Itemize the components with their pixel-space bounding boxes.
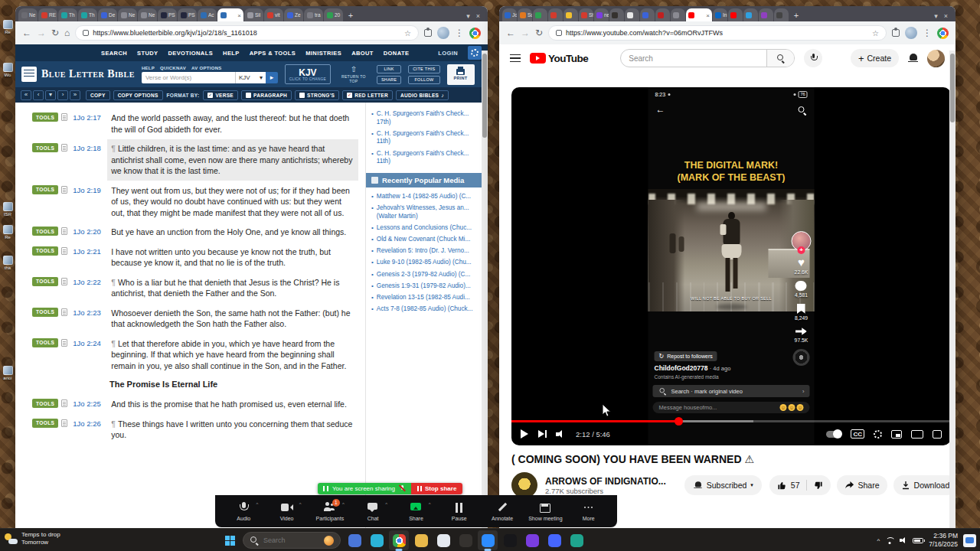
taskbar-clock[interactable]: 2:36 PM 7/16/2025: [929, 532, 958, 549]
browser-tab[interactable]: Ze: [284, 8, 303, 21]
blb-quick-link[interactable]: QUICKNAV: [160, 66, 186, 70]
window-close-icon[interactable]: ×: [476, 12, 480, 20]
zoom-toolbar-button[interactable]: 1 ^ Participants: [312, 502, 348, 521]
bookmark-star-icon[interactable]: ☆: [404, 29, 411, 37]
browser-tab[interactable]: Ne: [118, 8, 137, 21]
taskbar-app-button[interactable]: [544, 530, 564, 550]
verse-copy-icon[interactable]: [61, 113, 67, 121]
speaker-icon[interactable]: [900, 537, 907, 544]
zoom-toolbar-button[interactable]: ^ Video: [270, 502, 305, 521]
zoom-toolbar-button[interactable]: More: [571, 502, 606, 521]
extensions-icon[interactable]: [424, 29, 432, 37]
volume-icon[interactable]: [556, 430, 567, 439]
sidebar-link[interactable]: • C. H. Spurgeon's Faith's Check...11th): [371, 150, 476, 166]
verse-copy-icon[interactable]: [61, 186, 67, 194]
verse-copy-icon[interactable]: [61, 419, 67, 427]
zoom-toolbar-button[interactable]: Show meeting: [528, 502, 563, 521]
page-scrollbar[interactable]: [482, 51, 488, 528]
extensions-icon[interactable]: [892, 29, 900, 37]
verse-reference-link[interactable]: 1Jo 2:20: [73, 227, 111, 236]
tiktok-search-suggestion[interactable]: Search · mark original video ›: [653, 385, 810, 397]
back-icon[interactable]: ←: [22, 28, 31, 37]
zoom-toolbar-button[interactable]: ^ Audio: [226, 502, 261, 521]
desktop-shortcut[interactable]: tha: [1, 256, 15, 270]
verse-reference-link[interactable]: 1Jo 2:17: [73, 112, 111, 122]
blb-menu-item[interactable]: SEARCH: [101, 50, 127, 57]
taskbar-app-button[interactable]: [411, 530, 431, 550]
menu-dots-icon[interactable]: ⋮: [455, 28, 464, 37]
share-button[interactable]: Share: [837, 475, 887, 495]
site-info-icon[interactable]: [556, 30, 562, 36]
follow-button[interactable]: FOLLOW: [408, 76, 439, 84]
next-button[interactable]: [538, 430, 547, 438]
verse-tools-button[interactable]: TOOLS: [32, 227, 58, 236]
verse-search-input[interactable]: [142, 72, 235, 83]
copy-button[interactable]: COPY: [86, 90, 110, 100]
tiktok-action-button[interactable]: 8,249: [795, 304, 808, 321]
strongs-toggle[interactable]: STRONG'S: [295, 90, 339, 100]
download-button[interactable]: Download: [893, 475, 956, 495]
browser-tab[interactable]: 20: [324, 8, 343, 21]
translation-select[interactable]: KJV▾: [235, 72, 266, 83]
sound-disc-icon[interactable]: [793, 349, 810, 366]
blb-menu-item[interactable]: APPS & TOOLS: [250, 50, 296, 57]
verse-reference-link[interactable]: 1Jo 2:22: [73, 277, 111, 286]
emoji-row[interactable]: ☺☺☺: [780, 404, 804, 411]
verse-tools-button[interactable]: TOOLS: [32, 277, 58, 286]
channel-name[interactable]: ARROWS OF INDIGNATIO...: [545, 476, 666, 487]
media-link[interactable]: • Jehovah's Witnesses, Jesus an...(Walte…: [371, 204, 476, 220]
youtube-logo[interactable]: YouTube: [530, 53, 588, 64]
browser-tab[interactable]: [548, 8, 563, 21]
browser-tab[interactable]: PS: [178, 8, 197, 21]
blb-menu-item[interactable]: STUDY: [137, 50, 158, 57]
video-player[interactable]: 8:23 76 ← THE DIGITAL MARK! (MARK OF THE…: [511, 87, 951, 445]
verse-reference-link[interactable]: 1Jo 2:26: [73, 419, 111, 428]
browser-tab[interactable]: [609, 8, 624, 21]
menu-dots-icon[interactable]: ⋮: [923, 28, 932, 37]
profile-avatar[interactable]: [905, 27, 917, 39]
blb-quick-link[interactable]: HELP: [142, 66, 155, 70]
voice-search-button[interactable]: [804, 49, 822, 67]
channel-avatar[interactable]: [511, 472, 537, 498]
link-button[interactable]: LINK: [377, 65, 401, 73]
notification-center-icon[interactable]: [963, 534, 976, 547]
start-button[interactable]: [220, 531, 239, 549]
copy-options-button[interactable]: COPY OPTIONS: [113, 90, 163, 100]
comment-input[interactable]: Message houseofmo... ☺☺☺: [653, 402, 810, 413]
bookmark-star-icon[interactable]: ☆: [872, 29, 879, 37]
tab-search-chevron-icon[interactable]: ▾: [934, 12, 938, 20]
forward-icon[interactable]: →: [37, 28, 46, 37]
desktop-shortcut[interactable]: ISR: [1, 202, 15, 217]
stop-share-button[interactable]: Stop share: [411, 483, 462, 494]
taskbar-app-button[interactable]: [478, 530, 498, 550]
battery-icon[interactable]: [913, 538, 923, 543]
chapter-nav-icon[interactable]: ▾: [45, 90, 56, 100]
browser-tab[interactable]: [655, 8, 670, 21]
miniplayer-icon[interactable]: [891, 430, 902, 439]
muted-mic-icon[interactable]: [399, 485, 406, 492]
browser-tab[interactable]: [564, 8, 578, 21]
captions-button[interactable]: CC: [851, 429, 864, 439]
blb-quick-link[interactable]: AV OPTIONS: [191, 66, 222, 70]
browser-tab[interactable]: [640, 8, 655, 21]
browser-tab[interactable]: [728, 8, 743, 21]
sidebar-link[interactable]: • C. H. Spurgeon's Faith's Check...17th): [371, 110, 476, 126]
url-bar[interactable]: https://www.blueletterbible.org/kjv/1jo/…: [75, 25, 419, 41]
sidebar-link[interactable]: • C. H. Spurgeon's Faith's Check...11th): [371, 130, 476, 146]
chapter-nav-icon[interactable]: ‹: [33, 90, 44, 100]
blb-menu-item[interactable]: MINISTRIES: [305, 50, 341, 57]
zoom-toolbar-button[interactable]: Pause: [442, 502, 477, 521]
hamburger-menu-icon[interactable]: [510, 54, 521, 62]
url-bar[interactable]: https://www.youtube.com/watch?v=06mORvJT…: [548, 25, 887, 41]
refresh-icon[interactable]: ↻: [51, 28, 59, 37]
forward-icon[interactable]: →: [521, 28, 530, 37]
return-to-top-button[interactable]: ⇧ RETURN TO TOP: [338, 66, 370, 83]
browser-tab[interactable]: Sc: [518, 8, 532, 21]
browser-tab[interactable]: [533, 8, 547, 21]
browser-tab[interactable]: [743, 8, 758, 21]
browser-tab[interactable]: [686, 8, 712, 21]
tiktok-search-icon[interactable]: [798, 106, 807, 115]
chapter-nav-icon[interactable]: »: [70, 90, 80, 100]
creator-username[interactable]: ChildofGod20778 · 4d ago: [655, 364, 731, 372]
hidden-icons-chevron[interactable]: ^: [877, 537, 880, 544]
